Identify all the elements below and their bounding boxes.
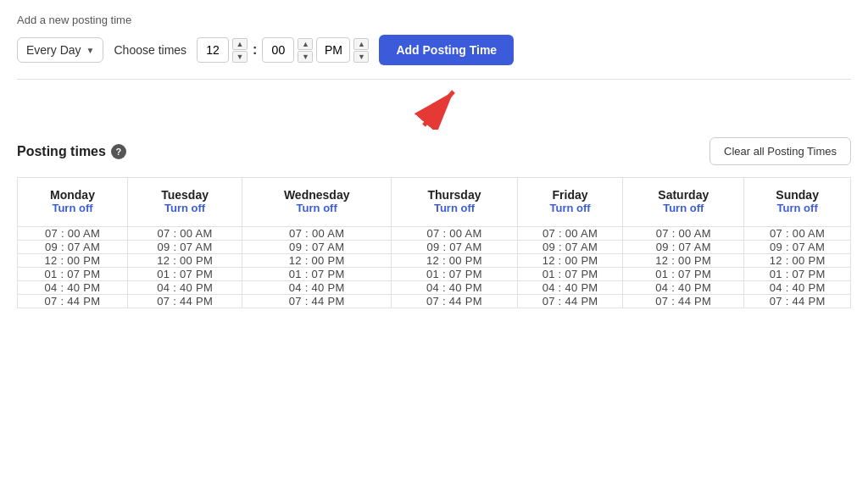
- time-cell: 09 : 07 AM: [18, 241, 128, 254]
- time-cell: 12 : 00 PM: [242, 254, 392, 268]
- hours-up-arrow[interactable]: ▲: [232, 38, 248, 50]
- time-cell: 07 : 00 AM: [127, 227, 242, 241]
- time-cell: 04 : 40 PM: [744, 281, 851, 295]
- hours-arrows: ▲ ▼: [232, 38, 248, 63]
- time-cell: 07 : 00 AM: [242, 227, 392, 241]
- time-cell: 01 : 07 PM: [744, 268, 851, 281]
- turn-off-link-tuesday[interactable]: Turn off: [135, 202, 235, 223]
- time-cell: 12 : 00 PM: [623, 254, 744, 268]
- time-cell: 07 : 44 PM: [18, 295, 128, 308]
- time-cell: 04 : 40 PM: [623, 281, 744, 295]
- red-arrow-icon: [407, 83, 466, 132]
- time-cell: 09 : 07 AM: [517, 241, 622, 254]
- time-cell: 01 : 07 PM: [242, 268, 392, 281]
- minutes-input[interactable]: [262, 37, 294, 63]
- day-name: Friday: [525, 188, 615, 202]
- ampm-arrows: ▲ ▼: [353, 38, 369, 63]
- minutes-arrows: ▲ ▼: [298, 38, 313, 63]
- time-cell: 09 : 07 AM: [127, 241, 242, 254]
- time-cell: 07 : 44 PM: [392, 295, 518, 308]
- turn-off-link-thursday[interactable]: Turn off: [398, 202, 510, 223]
- arrow-annotation: [17, 80, 851, 130]
- time-cell: 07 : 00 AM: [744, 227, 851, 241]
- chevron-down-icon: ▼: [86, 46, 95, 55]
- hours-down-arrow[interactable]: ▼: [232, 51, 248, 63]
- posting-header: Posting times ? Clear all Posting Times: [17, 137, 851, 165]
- day-select-dropdown[interactable]: Every Day ▼: [17, 37, 103, 63]
- turn-off-link-sunday[interactable]: Turn off: [751, 202, 843, 223]
- schedule-table: Monday Turn off Tuesday Turn off Wednesd…: [17, 177, 851, 308]
- time-cell: 07 : 00 AM: [18, 227, 128, 241]
- table-row: 09 : 07 AM09 : 07 AM09 : 07 AM09 : 07 AM…: [18, 241, 851, 254]
- time-cell: 09 : 07 AM: [744, 241, 851, 254]
- time-cell: 09 : 07 AM: [623, 241, 744, 254]
- ampm-up-arrow[interactable]: ▲: [353, 38, 369, 50]
- add-posting-time-button[interactable]: Add Posting Time: [379, 35, 514, 65]
- add-section-title: Add a new posting time: [17, 14, 851, 26]
- time-cell: 12 : 00 PM: [392, 254, 518, 268]
- time-cell: 09 : 07 AM: [242, 241, 392, 254]
- turn-off-link-monday[interactable]: Turn off: [25, 202, 120, 223]
- time-cell: 01 : 07 PM: [127, 268, 242, 281]
- add-posting-section: Add a new posting time Every Day ▼ Choos…: [17, 14, 851, 80]
- posting-title-row: Posting times ?: [17, 144, 126, 159]
- choose-times-label: Choose times: [114, 43, 186, 57]
- day-header-friday: Friday Turn off: [517, 178, 622, 227]
- day-header-wednesday: Wednesday Turn off: [242, 178, 392, 227]
- time-cell: 07 : 44 PM: [744, 295, 851, 308]
- time-cell: 07 : 44 PM: [242, 295, 392, 308]
- table-row: 07 : 00 AM07 : 00 AM07 : 00 AM07 : 00 AM…: [18, 227, 851, 241]
- hours-input[interactable]: [197, 37, 229, 63]
- day-name: Saturday: [630, 188, 737, 202]
- minutes-down-arrow[interactable]: ▼: [298, 51, 313, 63]
- day-name: Wednesday: [249, 188, 384, 202]
- day-name: Monday: [25, 188, 120, 202]
- time-cell: 07 : 44 PM: [127, 295, 242, 308]
- day-header-sunday: Sunday Turn off: [744, 178, 851, 227]
- day-header-saturday: Saturday Turn off: [623, 178, 744, 227]
- time-cell: 12 : 00 PM: [18, 254, 128, 268]
- time-cell: 12 : 00 PM: [517, 254, 622, 268]
- table-row: 12 : 00 PM12 : 00 PM12 : 00 PM12 : 00 PM…: [18, 254, 851, 268]
- time-cell: 04 : 40 PM: [242, 281, 392, 295]
- time-cell: 04 : 40 PM: [392, 281, 518, 295]
- time-cell: 12 : 00 PM: [127, 254, 242, 268]
- turn-off-link-saturday[interactable]: Turn off: [630, 202, 737, 223]
- time-cell: 07 : 44 PM: [517, 295, 622, 308]
- day-name: Sunday: [751, 188, 843, 202]
- clear-all-posting-times-button[interactable]: Clear all Posting Times: [709, 137, 851, 165]
- time-cell: 01 : 07 PM: [18, 268, 128, 281]
- day-header-monday: Monday Turn off: [18, 178, 128, 227]
- time-spinners: ▲ ▼ : ▲ ▼ ▲ ▼: [197, 37, 369, 63]
- ampm-input[interactable]: [316, 37, 350, 63]
- minutes-up-arrow[interactable]: ▲: [298, 38, 313, 50]
- table-row: 07 : 44 PM07 : 44 PM07 : 44 PM07 : 44 PM…: [18, 295, 851, 308]
- time-cell: 04 : 40 PM: [127, 281, 242, 295]
- day-select-label: Every Day: [26, 43, 81, 57]
- ampm-down-arrow[interactable]: ▼: [353, 51, 369, 63]
- table-row: 04 : 40 PM04 : 40 PM04 : 40 PM04 : 40 PM…: [18, 281, 851, 295]
- turn-off-link-wednesday[interactable]: Turn off: [249, 202, 384, 223]
- help-icon[interactable]: ?: [111, 144, 126, 159]
- day-header-thursday: Thursday Turn off: [392, 178, 518, 227]
- time-cell: 12 : 00 PM: [744, 254, 851, 268]
- time-cell: 07 : 00 AM: [392, 227, 518, 241]
- turn-off-link-friday[interactable]: Turn off: [525, 202, 615, 223]
- time-cell: 04 : 40 PM: [18, 281, 128, 295]
- time-cell: 09 : 07 AM: [392, 241, 518, 254]
- svg-line-1: [424, 92, 453, 125]
- time-colon: :: [251, 42, 259, 58]
- time-cell: 01 : 07 PM: [517, 268, 622, 281]
- time-cell: 07 : 44 PM: [623, 295, 744, 308]
- day-name: Tuesday: [135, 188, 235, 202]
- controls-row: Every Day ▼ Choose times ▲ ▼ : ▲ ▼ ▲ ▼: [17, 35, 851, 65]
- posting-times-section: Posting times ? Clear all Posting Times …: [17, 137, 851, 308]
- time-cell: 01 : 07 PM: [392, 268, 518, 281]
- time-cell: 07 : 00 AM: [517, 227, 622, 241]
- day-header-tuesday: Tuesday Turn off: [127, 178, 242, 227]
- table-row: 01 : 07 PM01 : 07 PM01 : 07 PM01 : 07 PM…: [18, 268, 851, 281]
- day-name: Thursday: [398, 188, 510, 202]
- time-cell: 04 : 40 PM: [517, 281, 622, 295]
- days-header-row: Monday Turn off Tuesday Turn off Wednesd…: [18, 178, 851, 227]
- time-cell: 01 : 07 PM: [623, 268, 744, 281]
